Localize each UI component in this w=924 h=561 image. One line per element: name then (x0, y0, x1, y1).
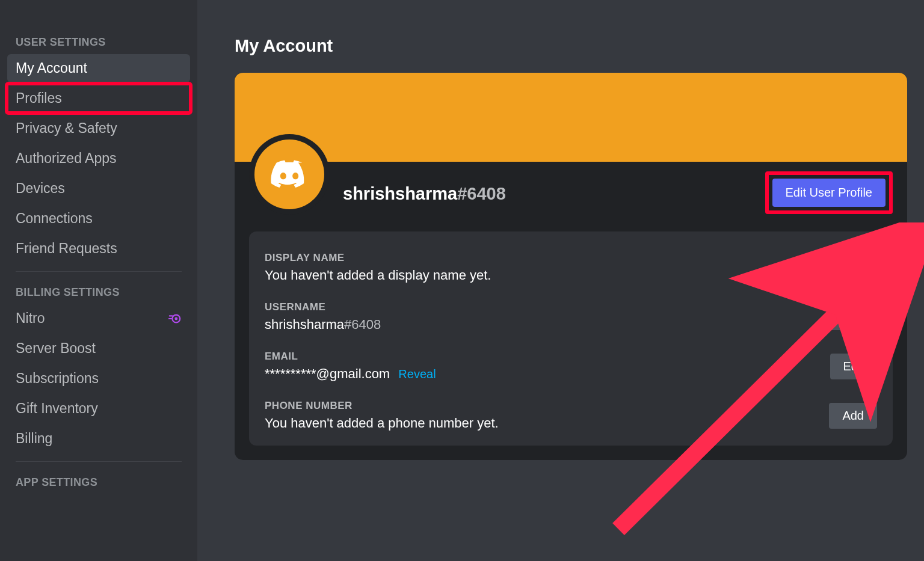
edit-display-name-button[interactable]: Edit (830, 255, 877, 281)
sidebar-item-label: Devices (16, 180, 65, 197)
sidebar-category-app-settings: APP SETTINGS (7, 470, 190, 492)
sidebar-item-label: Server Boost (16, 340, 96, 357)
sidebar-item-nitro[interactable]: Nitro (7, 304, 190, 333)
sidebar-item-gift-inventory[interactable]: Gift Inventory (7, 394, 190, 423)
field-label: USERNAME (265, 301, 830, 313)
sidebar-item-label: Profiles (16, 90, 62, 106)
sidebar-item-devices[interactable]: Devices (7, 174, 190, 203)
sidebar-item-label: Authorized Apps (16, 150, 117, 167)
field-label: PHONE NUMBER (265, 400, 829, 412)
field-display-name: DISPLAY NAME You haven't added a display… (265, 246, 877, 295)
sidebar-item-server-boost[interactable]: Server Boost (7, 334, 190, 363)
user-tag: shrishsharma#6408 (343, 184, 506, 204)
field-username: USERNAME shrishsharma#6408 Edit (265, 295, 877, 345)
reveal-email-link[interactable]: Reveal (398, 367, 436, 381)
edit-username-button[interactable]: Edit (830, 304, 877, 330)
sidebar-item-label: Gift Inventory (16, 400, 98, 417)
nitro-boost-icon (168, 312, 182, 325)
page-title: My Account (235, 36, 907, 56)
settings-sidebar: USER SETTINGS My Account Profiles Privac… (0, 0, 197, 561)
profile-banner (235, 73, 907, 162)
sidebar-item-label: Connections (16, 210, 93, 227)
sidebar-category-billing-settings: BILLING SETTINGS (7, 280, 190, 302)
avatar[interactable] (254, 139, 324, 209)
sidebar-item-authorized-apps[interactable]: Authorized Apps (7, 144, 190, 173)
sidebar-item-friend-requests[interactable]: Friend Requests (7, 235, 190, 263)
sidebar-item-label: Privacy & Safety (16, 120, 117, 136)
sidebar-divider (16, 271, 182, 272)
edit-user-profile-button[interactable]: Edit User Profile (772, 179, 886, 207)
sidebar-item-label: Friend Requests (16, 241, 117, 257)
avatar-border (249, 134, 330, 215)
discord-logo-icon (270, 159, 309, 189)
field-phone: PHONE NUMBER You haven't added a phone n… (265, 394, 877, 435)
add-phone-button[interactable]: Add (829, 403, 877, 429)
discriminator-text: #6408 (457, 184, 506, 203)
field-email: EMAIL **********@gmail.com Reveal Edit (265, 345, 877, 394)
identity-row: shrishsharma#6408 Edit User Profile (235, 162, 907, 231)
sidebar-item-billing[interactable]: Billing (7, 425, 190, 453)
sidebar-item-profiles[interactable]: Profiles (7, 84, 190, 112)
field-label: EMAIL (265, 351, 830, 363)
discriminator-value: #6408 (344, 317, 381, 332)
field-value: You haven't added a display name yet. (265, 268, 830, 283)
edit-profile-highlight: Edit User Profile (765, 171, 893, 214)
username-value: shrishsharma (265, 317, 344, 332)
sidebar-item-label: Billing (16, 431, 52, 447)
sidebar-item-label: Nitro (16, 310, 45, 326)
sidebar-item-subscriptions[interactable]: Subscriptions (7, 364, 190, 393)
sidebar-item-label: My Account (16, 60, 87, 76)
username-text: shrishsharma (343, 184, 457, 203)
edit-email-button[interactable]: Edit (830, 354, 877, 379)
field-value: **********@gmail.com Reveal (265, 366, 830, 382)
field-value: shrishsharma#6408 (265, 317, 830, 333)
main-content: My Account shrishsharma#6408 Edit User P… (197, 0, 924, 561)
sidebar-item-label: Subscriptions (16, 370, 99, 387)
field-label: DISPLAY NAME (265, 252, 830, 264)
sidebar-item-privacy-safety[interactable]: Privacy & Safety (7, 114, 190, 143)
sidebar-divider (16, 461, 182, 462)
sidebar-item-my-account[interactable]: My Account (7, 54, 190, 82)
account-card: shrishsharma#6408 Edit User Profile DISP… (235, 73, 907, 460)
account-field-list: DISPLAY NAME You haven't added a display… (249, 231, 893, 446)
svg-point-1 (174, 317, 177, 320)
sidebar-item-connections[interactable]: Connections (7, 204, 190, 233)
field-value: You haven't added a phone number yet. (265, 415, 829, 431)
sidebar-category-user-settings: USER SETTINGS (7, 30, 190, 52)
email-value: **********@gmail.com (265, 366, 390, 381)
